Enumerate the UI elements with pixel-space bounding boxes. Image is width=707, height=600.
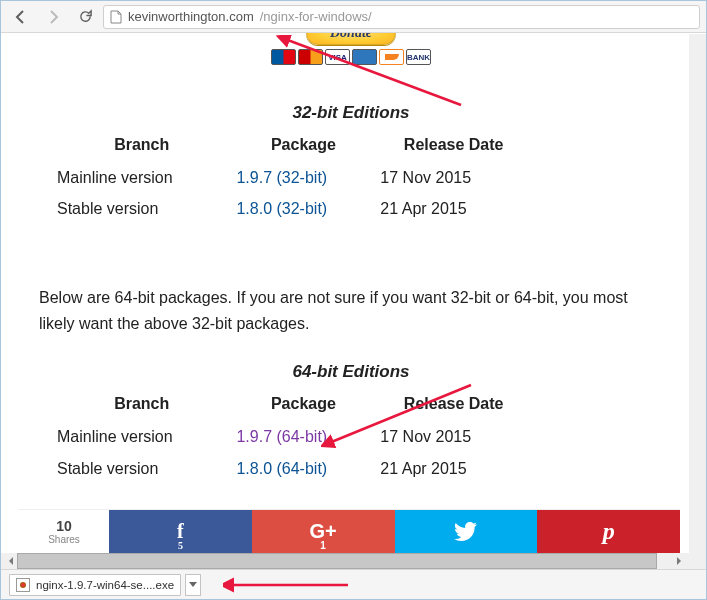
page-content: Donate VISA BANK 32-bit Editions Branch … [19,33,683,484]
download-menu-button[interactable] [185,574,201,596]
forward-button[interactable] [39,3,67,31]
share-total: 10 [56,518,72,534]
share-pinterest[interactable]: p [537,510,680,553]
bit-note: Below are 64-bit packages. If you are no… [39,285,663,336]
share-count: 10 Shares [19,510,109,553]
download-filename: nginx-1.9.7-win64-se....exe [36,579,174,591]
pinterest-icon: p [603,518,615,545]
download-bar: nginx-1.9.7-win64-se....exe [1,569,706,599]
download-item[interactable]: nginx-1.9.7-win64-se....exe [9,574,181,596]
col-package: Package [236,128,380,162]
donate-button[interactable]: Donate [306,33,396,45]
table-row: Mainline version 1.9.7 (64-bit) 17 Nov 2… [57,421,537,453]
browser-toolbar: kevinworthington.com/nginx-for-windows/ [1,1,706,33]
table-header-row: Branch Package Release Date [57,387,537,421]
editions64-table: Branch Package Release Date Mainline ver… [57,387,537,484]
col-release: Release Date [380,387,537,421]
facebook-count: 5 [178,540,183,551]
visa-icon: VISA [325,49,350,65]
branch-cell: Stable version [57,193,236,225]
reload-icon [78,9,93,24]
googleplus-count: 1 [320,540,326,551]
donate-area: Donate VISA BANK [39,33,663,65]
col-release: Release Date [380,128,537,162]
vertical-scrollbar[interactable] [689,34,706,569]
url-path: /nginx-for-windows/ [260,9,372,24]
date-cell: 21 Apr 2015 [380,453,537,485]
scrollbar-thumb[interactable] [17,553,657,569]
editions32-table: Branch Package Release Date Mainline ver… [57,128,537,225]
date-cell: 21 Apr 2015 [380,193,537,225]
editions64-caption: 64-bit Editions [39,358,663,385]
package-link[interactable]: 1.9.7 (32-bit) [236,169,327,186]
page-viewport: Donate VISA BANK 32-bit Editions Branch … [1,33,706,553]
date-cell: 17 Nov 2015 [380,162,537,194]
table-row: Stable version 1.8.0 (64-bit) 21 Apr 201… [57,453,537,485]
share-twitter[interactable] [395,510,538,553]
back-button[interactable] [7,3,35,31]
col-branch: Branch [57,387,236,421]
col-package: Package [236,387,380,421]
table-row: Mainline version 1.9.7 (32-bit) 17 Nov 2… [57,162,537,194]
branch-cell: Stable version [57,453,236,485]
amex-icon [352,49,377,65]
share-googleplus[interactable]: G+ 1 [252,510,395,553]
col-branch: Branch [57,128,236,162]
discover-icon [379,49,404,65]
share-bar: 10 Shares f 5 G+ 1 p [19,509,680,553]
reload-button[interactable] [71,3,99,31]
content-body: 32-bit Editions Branch Package Release D… [39,99,663,484]
bank-icon: BANK [406,49,431,65]
maestro-icon [271,49,296,65]
package-link[interactable]: 1.9.7 (64-bit) [236,428,327,445]
editions32-caption: 32-bit Editions [39,99,663,126]
share-facebook[interactable]: f 5 [109,510,252,553]
exe-file-icon [16,578,30,592]
url-host: kevinworthington.com [128,9,254,24]
arrow-right-icon [45,9,61,25]
table-header-row: Branch Package Release Date [57,128,537,162]
annotation-arrow-icon [223,575,353,595]
credit-card-logos: VISA BANK [39,49,663,65]
share-total-label: Shares [48,534,80,545]
arrow-left-icon [13,9,29,25]
branch-cell: Mainline version [57,421,236,453]
page-icon [110,10,122,24]
twitter-icon [454,522,478,542]
table-row: Stable version 1.8.0 (32-bit) 21 Apr 201… [57,193,537,225]
url-bar[interactable]: kevinworthington.com/nginx-for-windows/ [103,5,700,29]
horizontal-scrollbar[interactable] [1,553,689,569]
package-link[interactable]: 1.8.0 (64-bit) [236,460,327,477]
date-cell: 17 Nov 2015 [380,421,537,453]
branch-cell: Mainline version [57,162,236,194]
mastercard-icon [298,49,323,65]
package-link[interactable]: 1.8.0 (32-bit) [236,200,327,217]
chevron-down-icon [189,582,197,587]
